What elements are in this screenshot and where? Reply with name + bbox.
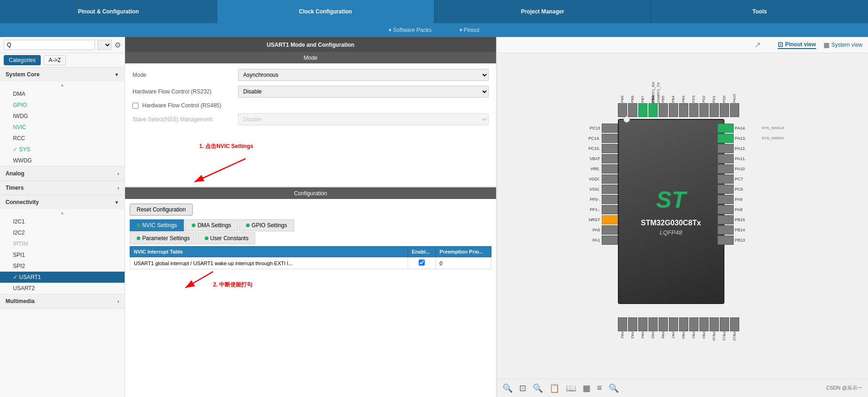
usart-labels: USART1_RX USART1_TX — [641, 82, 660, 104]
pin-right-pa14[interactable]: PA14. SYS_SWCLK — [717, 124, 785, 133]
tab-dma-settings[interactable]: DMA Settings — [185, 219, 238, 231]
tab-az[interactable]: A->Z — [44, 55, 66, 65]
sidebar-item-usart1[interactable]: ✓ USART1 — [0, 272, 125, 283]
pin-bot-pb2[interactable]: PB2 — [699, 317, 709, 350]
sidebar-item-spi2[interactable]: SPI2 — [0, 261, 125, 272]
book-icon[interactable]: 📖 — [566, 383, 576, 393]
pin-right-pa13[interactable]: PA13. SYS_SWDIO — [717, 134, 785, 143]
reset-config-button[interactable]: Reset Configuration — [130, 204, 193, 216]
fit-icon[interactable]: ⊡ — [519, 383, 526, 393]
pin-left-vss[interactable]: VSS/. — [581, 185, 618, 194]
pin-left-pc14[interactable]: PC14. — [581, 134, 618, 143]
slave-select-row: Slave Select(NSS) Management Disable — [132, 113, 489, 125]
search-input[interactable] — [4, 40, 95, 50]
pin-right-pc7[interactable]: PC7 — [717, 174, 785, 184]
tab-nvic-settings[interactable]: NVIC Settings — [130, 219, 184, 231]
list-icon[interactable]: ≡ — [597, 383, 602, 393]
nav-item-tools[interactable]: Tools — [651, 0, 868, 23]
pin-right-pa10[interactable]: PA10 — [717, 164, 785, 174]
search-dropdown[interactable] — [98, 40, 112, 50]
system-view-btn[interactable]: ▦ System view — [824, 41, 862, 49]
sidebar-item-gpio[interactable]: GPIO — [0, 99, 125, 111]
pin-left-vre[interactable]: VRE. — [581, 164, 618, 174]
pin-left-pc13[interactable]: PC13 — [581, 124, 618, 133]
sidebar-item-spi1[interactable]: SPI1 — [0, 249, 125, 261]
pin-right-pa8[interactable]: PA8 — [717, 205, 785, 214]
tab-categories[interactable]: Categories — [4, 55, 41, 65]
sidebar-item-usart2[interactable]: USART2 — [0, 283, 125, 294]
pin-top-pa15[interactable]: PA15 — [730, 82, 739, 117]
pin-bot-pa6[interactable]: PA6 — [659, 317, 668, 350]
pin-left-vbat[interactable]: VBAT — [581, 154, 618, 163]
slave-select-select[interactable]: Disable — [238, 113, 489, 125]
pin-right-pb15[interactable]: PB15 — [717, 215, 785, 224]
pin-top-pb3[interactable]: PB3 — [679, 82, 688, 117]
pin-left-pc15[interactable]: PC15. — [581, 144, 618, 153]
pin-right-pa9[interactable]: PA9 — [717, 195, 785, 204]
pin-left-pa0[interactable]: PA0 — [581, 225, 618, 235]
section-system-core-header[interactable]: System Core ▼ — [0, 68, 125, 81]
pin-left-nrst[interactable]: NRST — [581, 215, 618, 224]
branding-label: CSDN @乐示一 — [826, 385, 862, 391]
copy-icon[interactable]: 📋 — [549, 383, 560, 393]
sidebar-item-nvic[interactable]: NVIC — [0, 122, 125, 133]
pin-top-pb9[interactable]: PB9 — [618, 82, 627, 117]
pin-right-pc6[interactable]: PC6 — [717, 185, 785, 194]
hw-flow-rs485-checkbox[interactable] — [132, 103, 138, 109]
pin-bot-pb0[interactable]: PB0 — [679, 317, 688, 350]
pin-bot-pa2[interactable]: PA2 — [618, 317, 627, 350]
pin-bot-pb12[interactable]: PB12 — [730, 317, 739, 350]
nav-item-project[interactable]: Project Manager — [434, 0, 652, 23]
pin-bot-pa4[interactable]: PA4 — [638, 317, 648, 350]
sec-nav-software-packs[interactable]: ▾ Software Packs — [389, 27, 432, 33]
pin-left-pf1[interactable]: PF1-. — [581, 205, 618, 214]
mode-select[interactable]: Asynchronous — [238, 69, 489, 81]
pin-bot-pa3[interactable]: PA3 — [628, 317, 637, 350]
table-row: USART1 global interrupt / USART1 wake-up… — [130, 257, 491, 269]
hw-flow-rs232-select[interactable]: Disable — [238, 86, 489, 98]
sec-nav-pinout[interactable]: ▾ Pinout — [459, 27, 479, 33]
pin-right-pa11[interactable]: PA11. — [717, 154, 785, 163]
pin-bot-pa5[interactable]: PA5 — [648, 317, 658, 350]
section-multimedia-header[interactable]: Multimedia › — [0, 294, 125, 308]
nav-item-clock[interactable]: Clock Configuration — [217, 0, 434, 23]
sidebar-item-wwdg[interactable]: WWDG — [0, 155, 125, 166]
pin-right-pa12[interactable]: PA12. — [717, 144, 785, 153]
pin-left-vdd[interactable]: VDD/. — [581, 174, 618, 184]
sidebar-item-i2c1[interactable]: I2C1 — [0, 216, 125, 227]
pin-top-pb8[interactable]: PB8 — [628, 82, 637, 117]
pin-top-pd2[interactable]: PD2 — [699, 82, 709, 117]
pin-left-pa1[interactable]: PA1 — [581, 236, 618, 245]
pin-top-pd0[interactable]: PD0 — [720, 82, 729, 117]
tab-user-constants[interactable]: User Constants — [198, 232, 256, 244]
tab-parameter-settings[interactable]: Parameter Settings — [130, 232, 197, 244]
pin-bot-pa7[interactable]: PA7 — [669, 317, 678, 350]
search-icon[interactable]: 🔍 — [609, 383, 619, 393]
pin-bot-pb1[interactable]: PB1 — [689, 317, 698, 350]
interrupt-enabled-checkbox[interactable] — [419, 260, 425, 266]
zoom-out-icon[interactable]: 🔍 — [533, 383, 543, 393]
sidebar-item-sys[interactable]: ✓ SYS — [0, 144, 125, 155]
pin-bot-pb10[interactable]: PB10 — [710, 317, 719, 350]
gear-icon[interactable]: ⚙ — [114, 41, 121, 50]
section-analog-header[interactable]: Analog › — [0, 167, 125, 180]
nav-item-pinout[interactable]: Pinout & Configuration — [0, 0, 217, 23]
section-connectivity-header[interactable]: Connectivity ▼ — [0, 195, 125, 209]
pin-top-pb4[interactable]: PB4 — [669, 82, 678, 117]
pin-right-pb14[interactable]: PB14 — [717, 225, 785, 235]
pin-right-pb13[interactable]: PB13 — [717, 236, 785, 245]
grid-icon[interactable]: ▦ — [583, 383, 591, 393]
section-timers-header[interactable]: Timers › — [0, 181, 125, 195]
sidebar-item-iwdg[interactable]: IWDG — [0, 111, 125, 122]
pin-top-pd1[interactable]: PD1 — [710, 82, 719, 117]
pin-top-pd3[interactable]: PD3 — [689, 82, 698, 117]
pin-left-pf0[interactable]: PF0-. — [581, 195, 618, 204]
interrupt-enabled-cell[interactable] — [408, 257, 436, 269]
pinout-view-btn[interactable]: ⊡ Pinout view — [778, 41, 816, 49]
sidebar-item-i2c2[interactable]: I2C2 — [0, 227, 125, 238]
sidebar-item-rcc[interactable]: RCC — [0, 133, 125, 144]
zoom-in-icon[interactable]: 🔍 — [503, 383, 513, 393]
tab-gpio-settings[interactable]: GPIO Settings — [239, 219, 294, 231]
sidebar-item-dma[interactable]: DMA — [0, 88, 125, 99]
pin-bot-pb11[interactable]: PB11 — [720, 317, 729, 350]
